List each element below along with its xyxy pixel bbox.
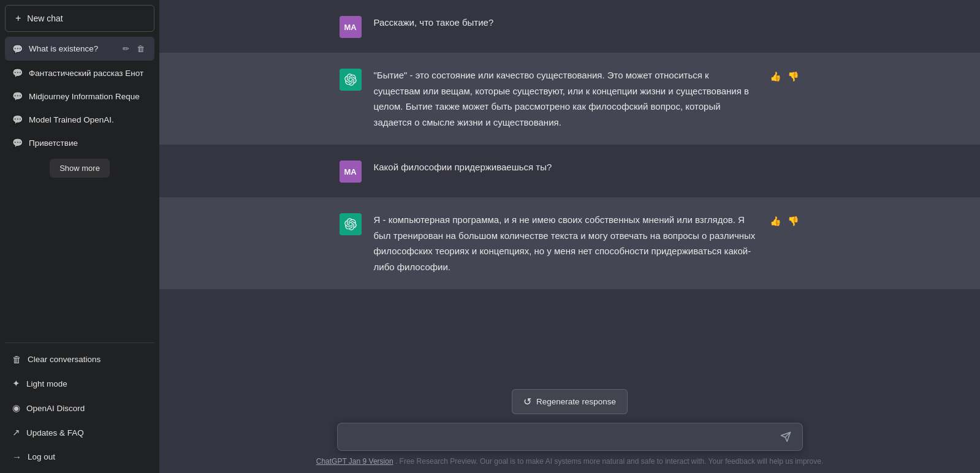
message-row-user-1: MA Расскажи, что такое бытие? [159,0,980,53]
new-chat-label: New chat [27,13,63,23]
sidebar: + New chat 💬 What is existence? ✏ 🗑 💬 Фа… [0,0,159,473]
chat-icon: 💬 [12,44,23,54]
chat-input[interactable] [346,429,778,444]
conversations-list: 💬 What is existence? ✏ 🗑 💬 Фантастически… [5,37,154,342]
message-text-ai-2: Я - компьютерная программа, и я не имею … [374,212,756,274]
conversation-label: Фантастический рассказ Енот [29,69,147,78]
ai-avatar [340,69,362,91]
thumbs-down-button-2[interactable]: 👎 [786,214,800,228]
delete-conversation-button[interactable]: 🗑 [134,43,147,55]
openai-logo-icon [344,74,357,86]
message-inner: MA Расскажи, что такое бытие? [325,15,815,38]
message-inner: "Бытие" - это состояние или качество сущ… [325,67,815,130]
log-out-button[interactable]: → Log out [5,445,154,468]
message-inner: Я - компьютерная программа, и я не имею … [325,212,815,274]
trash-icon: 🗑 [12,354,21,365]
regenerate-label: Regenerate response [536,397,616,406]
chat-icon: 💬 [12,138,23,148]
conversation-label: What is existence? [29,44,114,53]
sidebar-bottom: 🗑 Clear conversations ✦ Light mode ◉ Ope… [5,342,154,468]
openai-discord-button[interactable]: ◉ OpenAI Discord [5,396,154,420]
regenerate-icon: ↺ [523,396,531,407]
chat-messages: MA Расскажи, что такое бытие? "Бытие" - … [159,0,980,379]
footer-note: ChatGPT Jan 9 Version . Free Research Pr… [316,457,824,466]
conversation-item-what-is-existence[interactable]: 💬 What is existence? ✏ 🗑 [5,37,154,61]
sun-icon: ✦ [12,378,20,389]
message-text-user-1: Расскажи, что такое бытие? [374,15,800,31]
send-icon [780,431,791,442]
new-chat-button[interactable]: + New chat [5,5,154,32]
clear-conversations-label: Clear conversations [28,355,101,364]
chat-icon: 💬 [12,115,23,124]
conversation-item-midjourney[interactable]: 💬 Midjourney Information Reque [5,85,154,107]
light-mode-label: Light mode [26,379,67,388]
main-chat-area: MA Расскажи, что такое бытие? "Бытие" - … [159,0,980,473]
footer-version-link[interactable]: ChatGPT Jan 9 Version [316,457,393,466]
user-avatar: MA [340,16,362,38]
thumbs-down-button[interactable]: 👎 [786,70,800,83]
updates-faq-label: Updates & FAQ [26,428,84,437]
regenerate-response-button[interactable]: ↺ Regenerate response [512,389,628,414]
input-area: ↺ Regenerate response ChatGPT Jan 9 Vers… [159,379,980,473]
light-mode-button[interactable]: ✦ Light mode [5,372,154,395]
conversation-item-fantastic-raccoon[interactable]: 💬 Фантастический рассказ Енот [5,62,154,84]
openai-discord-label: OpenAI Discord [26,404,85,413]
log-out-label: Log out [28,452,55,461]
discord-icon: ◉ [12,403,20,414]
updates-faq-button[interactable]: ↗ Updates & FAQ [5,421,154,444]
clear-conversations-button[interactable]: 🗑 Clear conversations [5,348,154,371]
message-feedback-actions: 👍 👎 [769,70,800,83]
external-link-icon: ↗ [12,427,20,438]
chat-icon: 💬 [12,68,23,78]
footer-text: . Free Research Preview. Our goal is to … [395,457,823,466]
user-avatar: MA [340,161,362,183]
conversation-label: Model Trained OpenAI. [29,115,147,124]
message-inner: MA Какой философии придерживаешься ты? [325,159,815,183]
avatar-initials: MA [344,23,356,32]
logout-icon: → [12,452,21,462]
plus-icon: + [15,13,21,24]
openai-logo-icon [344,218,357,230]
message-row-ai-1: "Бытие" - это состояние или качество сущ… [159,53,980,145]
send-button[interactable] [778,430,794,444]
message-row-ai-2: Я - компьютерная программа, и я не имею … [159,197,980,289]
message-text-ai-1: "Бытие" - это состояние или качество сущ… [374,67,756,130]
conversation-label: Midjourney Information Reque [29,92,147,101]
conversation-label: Приветствие [29,138,147,148]
conversation-actions: ✏ 🗑 [120,43,147,55]
avatar-initials: MA [344,167,356,176]
message-feedback-actions-2: 👍 👎 [769,214,800,228]
ai-avatar [340,213,362,235]
conversation-item-model-trained[interactable]: 💬 Model Trained OpenAI. [5,108,154,131]
edit-conversation-button[interactable]: ✏ [120,43,132,55]
thumbs-up-button[interactable]: 👍 [769,70,783,83]
chat-input-row [337,423,803,451]
thumbs-up-button-2[interactable]: 👍 [769,214,783,228]
chat-icon: 💬 [12,91,23,101]
message-text-user-2: Какой философии придерживаешься ты? [374,159,800,175]
conversation-item-greeting[interactable]: 💬 Приветствие [5,132,154,154]
message-row-user-2: MA Какой философии придерживаешься ты? [159,145,980,197]
show-more-button[interactable]: Show more [50,159,110,178]
